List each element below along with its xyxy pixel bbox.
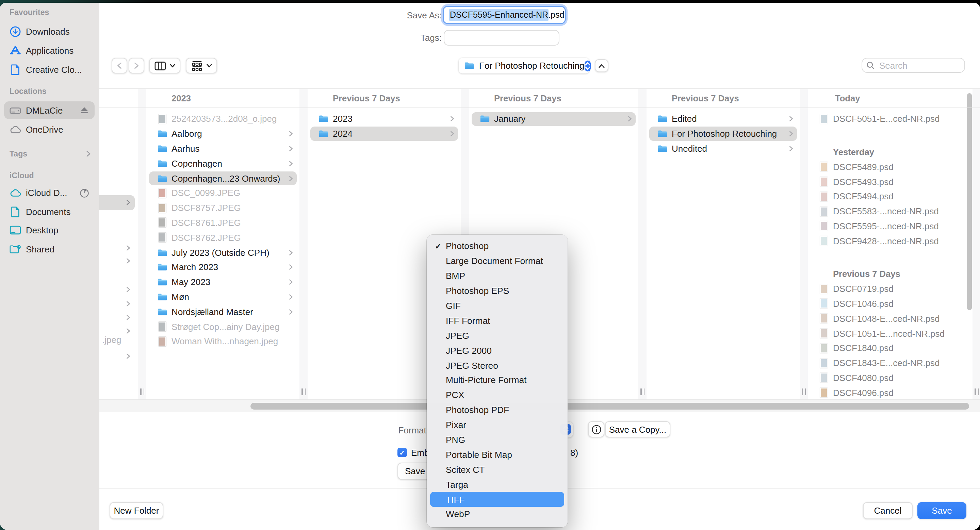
sidebar-item[interactable]: iCloud D... — [0, 184, 99, 202]
file-row[interactable]: DSC_0099.JPEG — [146, 186, 299, 201]
partial-row[interactable] — [99, 310, 137, 325]
file-row[interactable]: DSCF4096.psd — [808, 386, 972, 400]
format-menu-item[interactable]: ✓ PNG — [430, 432, 564, 447]
format-menu-item[interactable]: ✓ PCX — [430, 388, 564, 403]
file-row[interactable]: DSCF5583-...nced-NR.psd — [808, 204, 972, 219]
format-menu-item[interactable]: ✓ TIFF — [430, 492, 564, 507]
file-row[interactable]: DSCF5493.psd — [808, 174, 972, 189]
tags-chevron-icon[interactable] — [85, 150, 92, 157]
horizontal-scrollbar-thumb[interactable] — [250, 403, 969, 409]
tags-input[interactable] — [444, 30, 559, 46]
sidebar-item[interactable]: Creative Clo... — [0, 60, 99, 79]
partial-row[interactable] — [99, 254, 137, 269]
file-row[interactable]: DSCF1843-E...ced-NR.psd — [808, 356, 972, 371]
sidebar-item[interactable]: Documents — [0, 202, 99, 221]
back-button[interactable] — [111, 58, 127, 73]
file-row[interactable]: DSCF1046.psd — [808, 296, 972, 311]
column-resize-handle[interactable] — [974, 389, 979, 395]
sidebar-item[interactable]: DMLaCie — [0, 101, 99, 120]
group-view-button[interactable] — [186, 58, 217, 73]
column-resize-handle[interactable] — [140, 389, 145, 395]
file-row[interactable]: Møn — [146, 289, 299, 305]
file-row[interactable]: Aalborg — [146, 127, 299, 141]
sidebar-section-tags[interactable]: Tags — [10, 150, 27, 158]
format-menu-item[interactable]: ✓ WebP — [430, 507, 564, 522]
sidebar-item[interactable]: Desktop — [0, 221, 99, 240]
format-menu-item[interactable]: ✓ Targa — [430, 477, 564, 492]
file-row[interactable]: Nordsjælland Master — [146, 305, 299, 319]
column-resize-handle[interactable] — [801, 389, 807, 395]
new-folder-button[interactable]: New Folder — [110, 502, 163, 519]
format-menu-item[interactable]: ✓ IFF Format — [430, 313, 564, 328]
file-row[interactable]: DSCF5595-...nced-NR.psd — [808, 219, 972, 234]
file-row[interactable]: DSCF8761.JPEG — [146, 215, 299, 230]
file-row[interactable]: DSCF1051-E...nced-NR.psd — [808, 326, 972, 341]
file-row[interactable]: 2023 — [308, 111, 461, 127]
file-row[interactable]: DSCF1840.psd — [808, 341, 972, 356]
sidebar-item[interactable]: Shared — [0, 240, 99, 259]
file-row[interactable]: DSCF9428-...nced-NR.psd — [808, 234, 972, 249]
sidebar-item[interactable]: Downloads — [0, 22, 99, 41]
file-row[interactable]: For Photoshop Retouching — [646, 127, 800, 141]
file-row[interactable]: 2524203573...2d08_o.jpeg — [146, 111, 299, 127]
file-row[interactable]: Copenhagen — [146, 156, 299, 171]
column-view-button[interactable] — [149, 58, 180, 73]
partial-row[interactable]: .jpeg — [99, 333, 137, 348]
sidebar-item[interactable]: Applications — [0, 41, 99, 60]
sidebar-item[interactable]: OneDrive — [0, 120, 99, 139]
partial-row[interactable] — [99, 282, 137, 297]
column-resize-handle[interactable] — [640, 389, 645, 395]
format-menu-item[interactable]: ✓ Pixar — [430, 417, 564, 432]
partial-row[interactable] — [99, 349, 137, 364]
file-row[interactable]: DSCF5489.psd — [808, 160, 972, 175]
file-row[interactable]: Woman With...nhagen.jpeg — [146, 334, 299, 349]
format-menu-item[interactable]: ✓ Multi-Picture Format — [430, 373, 564, 388]
search-field[interactable] — [862, 58, 965, 73]
save-button[interactable]: Save — [917, 502, 966, 519]
file-row[interactable] — [808, 127, 972, 141]
file-row[interactable]: Unedited — [646, 141, 800, 156]
format-menu-item[interactable]: ✓ Photoshop EPS — [430, 283, 564, 298]
file-row[interactable] — [808, 248, 972, 263]
file-row[interactable]: Copenhagen...23 Onwards) — [146, 171, 299, 186]
format-menu-item[interactable]: ✓ Scitex CT — [430, 462, 564, 477]
format-menu-item[interactable]: ✓ JPEG Stereo — [430, 358, 564, 373]
file-row[interactable]: DSCF5051-E...ced-NR.psd — [808, 111, 972, 127]
format-menu-item[interactable]: ✓ Large Document Format — [430, 254, 564, 269]
format-menu-item[interactable]: ✓ Photoshop PDF — [430, 403, 564, 418]
search-input[interactable] — [878, 60, 956, 71]
partial-row[interactable] — [99, 297, 137, 312]
vertical-scrollbar[interactable] — [967, 93, 972, 310]
file-row[interactable]: 2024 — [308, 127, 461, 141]
embed-profile-checkbox[interactable]: ✓ — [398, 447, 407, 457]
file-row[interactable]: January — [469, 111, 638, 127]
format-menu-item[interactable]: ✓ BMP — [430, 269, 564, 284]
file-row[interactable]: Strøget Cop...ainy Day.jpeg — [146, 319, 299, 334]
file-row[interactable]: DSCF0719.psd — [808, 282, 972, 297]
file-row[interactable]: Edited — [646, 111, 800, 127]
format-menu-item[interactable]: ✓ Portable Bit Map — [430, 447, 564, 462]
file-row[interactable]: DSCF8757.JPEG — [146, 201, 299, 216]
partial-row[interactable] — [99, 195, 137, 210]
file-row[interactable]: DSCF1048-E...ced-NR.psd — [808, 311, 972, 326]
forward-button[interactable] — [129, 58, 144, 73]
filename-input[interactable]: DSCF5595-Enhanced-NR.psd — [444, 7, 565, 23]
info-button[interactable] — [588, 421, 605, 438]
file-row[interactable]: Aarhus — [146, 141, 299, 156]
column-resize-handle[interactable] — [301, 389, 306, 395]
collapse-panel-button[interactable] — [595, 59, 608, 72]
file-row[interactable]: Previous 7 Days — [808, 267, 972, 282]
format-menu-item[interactable]: ✓ JPEG 2000 — [430, 343, 564, 358]
eject-icon[interactable] — [80, 105, 89, 115]
file-row[interactable]: July 2023 (Outside CPH) — [146, 245, 299, 260]
file-row[interactable]: March 2023 — [146, 260, 299, 275]
format-menu-item[interactable]: ✓ GIF — [430, 298, 564, 313]
save-a-copy-button[interactable]: Save a Copy... — [605, 421, 670, 438]
cancel-button[interactable]: Cancel — [863, 502, 913, 519]
file-row[interactable]: May 2023 — [146, 275, 299, 290]
format-menu-item[interactable]: ✓ Photoshop — [430, 239, 564, 254]
file-row[interactable]: DSCF5494.psd — [808, 189, 972, 204]
folder-select[interactable]: For Photoshop Retouching — [459, 58, 589, 73]
file-row[interactable]: Yesterday — [808, 144, 972, 160]
format-menu-item[interactable]: ✓ JPEG — [430, 328, 564, 343]
